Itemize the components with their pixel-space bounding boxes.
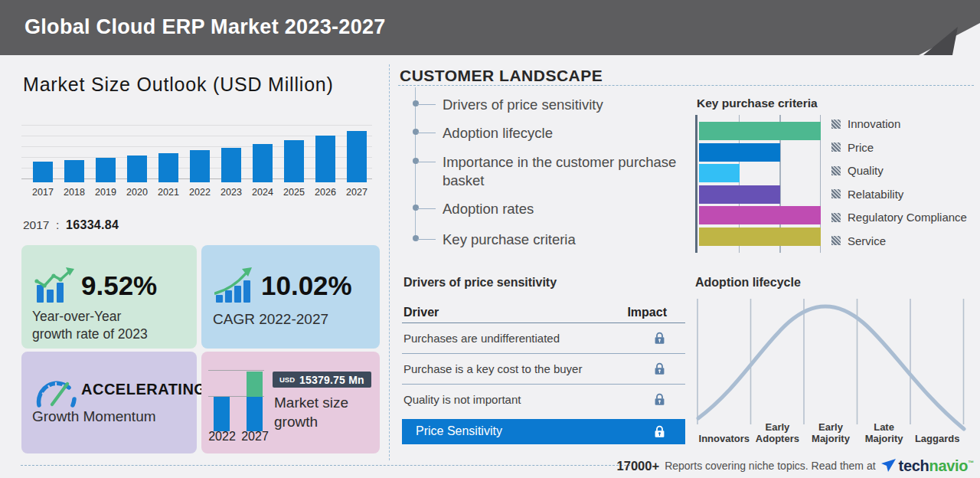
market-bar-2025 (284, 140, 304, 182)
market-year-label: 2023 (220, 187, 242, 198)
brand-tech: tech (899, 457, 929, 474)
market-size-growth-card: 2022 2027 USD 15379.75 Mn Market size gr… (201, 352, 380, 453)
growth-year-2027: 2027 (239, 430, 271, 444)
market-bar-column: 2022 (186, 115, 214, 198)
kpc-legend-item: Innovation (831, 117, 967, 130)
driver-label: Quality is not important (403, 393, 521, 406)
market-year-label: 2027 (346, 187, 368, 198)
yoy-desc-line1: Year-over-Year (32, 308, 148, 326)
market-bar-column: 2024 (249, 115, 276, 198)
yoy-growth-value: 9.52% (81, 267, 157, 305)
kpc-legend-label: Relatability (848, 188, 903, 201)
growth-bar-2022 (214, 397, 230, 431)
kpc-legend-label: Quality (848, 164, 884, 177)
market-bar-2017 (33, 162, 53, 182)
speedometer-icon (32, 372, 78, 410)
market-value-callout: 2017 : 16334.84 (23, 218, 119, 232)
impact-lock (654, 425, 665, 438)
page-curl-decoration (911, 0, 980, 55)
price-sensitivity-table: Driver Impact Purchases are undifferenti… (402, 303, 685, 444)
growth-bar-2027-increment (247, 372, 263, 397)
legend-swatch-icon (831, 120, 841, 129)
header-bar: Global Cloud ERP Market 2023-2027 (0, 0, 980, 55)
customer-landscape-item: Adoption lifecycle (443, 124, 680, 142)
legend-swatch-icon (831, 236, 841, 245)
market-bar-column: 2021 (155, 115, 182, 198)
cagr-card: 10.02% CAGR 2022-2027 (201, 245, 380, 349)
market-bar-2019 (96, 158, 116, 182)
trend-bars-icon (34, 267, 76, 303)
kpc-legend-item: Quality (831, 164, 967, 177)
list-bullet-dot (413, 205, 419, 211)
lifecycle-stage-labels: InnovatorsEarly AdoptersEarly MajorityLa… (697, 418, 964, 444)
market-year-label: 2021 (158, 187, 179, 198)
market-size-chart: 2017201820192020202120222023202420252026… (21, 115, 372, 199)
brand-navio: navio (929, 457, 969, 474)
lifecycle-stage-label: Early Majority (804, 421, 858, 444)
brand-trademark: ™ (968, 460, 974, 467)
footer-message: Reports covering niche topics. Read them… (665, 460, 875, 472)
list-bullet-dot (413, 100, 419, 106)
lifecycle-stage-label: Laggards (910, 433, 964, 444)
adoption-lifecycle-title: Adoption lifecycle (695, 276, 801, 290)
market-bars: 2017201820192020202120222023202420252026… (29, 115, 371, 198)
footer: 17000+ Reports covering niche topics. Re… (617, 456, 974, 476)
lifecycle-stage-label: Late Majority (858, 421, 911, 444)
table-header-row: Driver Impact (402, 303, 685, 323)
kpc-legend-label: Regulatory Compliance (848, 211, 967, 224)
market-bar-column: 2020 (123, 115, 151, 198)
callout-value: 16334.84 (66, 218, 119, 231)
customer-landscape-item: Adoption rates (443, 200, 680, 218)
kpc-legend-item: Price (831, 141, 967, 154)
customer-landscape-item: Drivers of price sensitivity (443, 96, 680, 114)
market-bar-2023 (221, 148, 241, 183)
customer-landscape-item: Importance in the customer purchase bask… (443, 153, 680, 190)
kpc-legend-item: Relatability (831, 188, 967, 201)
price-sensitivity-title: Drivers of price sensitivity (403, 276, 557, 290)
market-bar-2026 (315, 136, 335, 182)
adoption-lifecycle-chart (694, 296, 974, 432)
market-bar-2020 (127, 156, 147, 182)
yoy-growth-card: 9.52% Year-over-Year growth rate of 2023 (21, 245, 197, 349)
driver-label: Purchases are undifferentiated (403, 332, 560, 345)
market-bar-2022 (190, 150, 210, 182)
driver-label: Purchase is a key cost to the buyer (403, 362, 582, 375)
price-driver-row: Purchase is a key cost to the buyer (402, 354, 685, 385)
market-bar-column: 2026 (312, 115, 339, 198)
growth-bar-2027-base (247, 397, 263, 431)
yoy-desc-line2: growth rate of 2023 (32, 326, 148, 343)
market-year-label: 2025 (283, 187, 305, 198)
kpc-bar-relatability (699, 185, 780, 204)
market-bar-column: 2025 (280, 115, 308, 198)
highlight-label: Price Sensitivity (416, 424, 502, 438)
momentum-status: ACCELERATING (81, 381, 206, 398)
market-bar-column: 2027 (343, 115, 371, 198)
market-bar-2027 (347, 131, 367, 182)
growth-label-line2: growth (274, 412, 348, 431)
customer-landscape-item: Key purchase criteria (443, 231, 680, 249)
kpc-bar-service (699, 228, 821, 246)
cagr-value: 10.02% (261, 267, 352, 305)
callout-year: 2017 (23, 218, 49, 231)
growth-card-label: Market size growth (274, 393, 348, 431)
growth-label-line1: Market size (274, 393, 348, 412)
infographic-page: Global Cloud ERP Market 2023-2027 Market… (0, 0, 980, 478)
growth-amount-badge: USD 15379.75 Mn (273, 372, 371, 388)
impact-lock-icon (654, 393, 665, 406)
market-year-label: 2022 (189, 187, 211, 198)
list-bullet-dot (413, 158, 419, 164)
column-driver: Driver (403, 306, 439, 319)
callout-separator: : (53, 218, 63, 231)
cagr-label: CAGR 2022-2027 (213, 311, 328, 328)
column-divider (389, 64, 390, 460)
kpc-legend-item: Regulatory Compliance (831, 211, 967, 224)
kpc-bars (699, 122, 821, 246)
bell-curve (698, 306, 964, 429)
market-year-label: 2024 (252, 187, 273, 198)
market-year-label: 2017 (32, 187, 54, 198)
key-purchase-criteria-title: Key purchase criteria (697, 97, 818, 110)
market-bar-column: 2019 (92, 115, 119, 198)
kpc-legend-item: Service (831, 234, 967, 247)
kpc-bar-regulatory-compliance (699, 206, 821, 224)
technavio-wordmark: technavio™ (899, 457, 974, 475)
